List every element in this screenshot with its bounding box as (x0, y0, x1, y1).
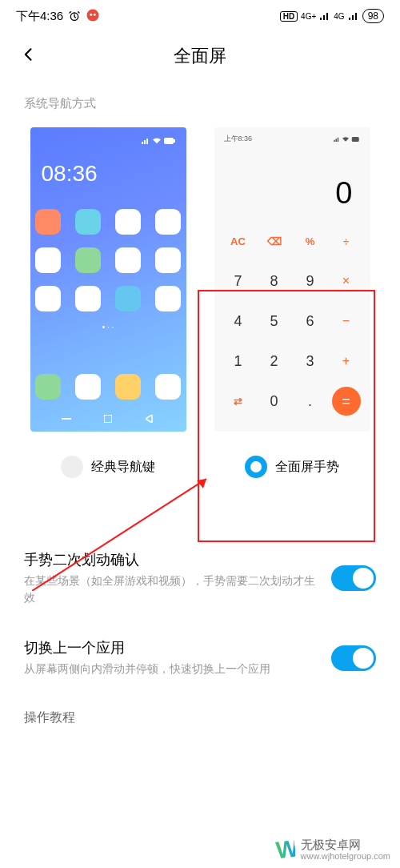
svg-marker-10 (197, 479, 206, 488)
svg-rect-4 (164, 138, 174, 144)
preview-android-navbar (30, 414, 186, 424)
calc-key: × (332, 267, 361, 295)
calc-key: 0 (260, 387, 289, 416)
preview-app-icon (75, 209, 101, 235)
setting-gesture-double-confirm[interactable]: 手势二次划动确认 在某些场景（如全屏游戏和视频），手势需要二次划动才生效 (24, 550, 376, 606)
svg-point-1 (87, 9, 99, 21)
calc-key: − (332, 307, 361, 336)
nav-recent-icon (62, 414, 71, 424)
page-title: 全面屏 (174, 44, 226, 68)
chevron-left-icon (21, 46, 37, 62)
radio-checked-icon (245, 456, 267, 478)
calc-key: 6 (296, 307, 325, 336)
toggle-switch[interactable] (331, 645, 376, 671)
status-bar: 下午4:36 HD 4G+ 4G 98 (0, 0, 400, 32)
settings-list: 手势二次划动确认 在某些场景（如全屏游戏和视频），手势需要二次划动才生效 切换上… (0, 526, 400, 677)
preview-app-icon (115, 209, 141, 235)
calc-key: 9 (296, 267, 325, 295)
preview-dock-icon (115, 374, 141, 400)
calc-key: + (332, 347, 361, 376)
calc-key: 8 (260, 267, 289, 295)
toggle-switch[interactable] (331, 565, 376, 591)
preview-dock-icon (35, 374, 61, 400)
preview-app-grid (42, 209, 175, 311)
preview-dock (30, 374, 186, 400)
option-classic-radio-row[interactable]: 经典导航键 (61, 456, 155, 478)
calc-key: ⇄ (224, 387, 253, 416)
status-bar-left: 下午4:36 (16, 8, 100, 25)
watermark-name: 无极安卓网 (301, 838, 391, 851)
signal-icon-1 (319, 11, 330, 21)
sim2-label: 4G (334, 12, 344, 21)
svg-point-2 (90, 13, 92, 15)
svg-rect-7 (104, 415, 112, 423)
nav-back-icon (145, 414, 154, 424)
setting-title: 切换上一个应用 (24, 638, 270, 657)
calc-key: 1 (224, 347, 253, 376)
back-button[interactable] (16, 42, 42, 67)
nav-home-icon (103, 414, 113, 424)
calc-row: AC⌫%÷ (224, 227, 361, 255)
preview-wifi-icon (153, 138, 161, 144)
calc-keypad: AC⌫%÷789×456−123+⇄0.= (224, 227, 361, 427)
battery-indicator: 98 (362, 9, 384, 23)
calc-key: ⌫ (260, 227, 289, 255)
calc-row: 456− (224, 307, 361, 336)
preview-app-icon (155, 209, 181, 235)
svg-rect-5 (174, 139, 175, 143)
calc-key: ÷ (332, 227, 361, 255)
preview-calc-statusbar: 上午8:36 (224, 134, 361, 144)
preview-app-icon (35, 247, 61, 273)
radio-unchecked-icon (61, 456, 83, 478)
preview-app-icon (155, 286, 181, 311)
svg-rect-6 (62, 418, 71, 420)
page-header: 全面屏 (0, 32, 400, 80)
calc-key: = (332, 387, 361, 416)
watermark-logo-icon: W (275, 839, 297, 860)
preview-app-icon (75, 247, 101, 273)
preview-dock-icon (155, 374, 181, 400)
app-badge-icon (86, 8, 100, 25)
option-classic-nav[interactable]: 08:36 • · · 经典导航键 (24, 127, 192, 478)
option-gesture-label: 全面屏手势 (275, 459, 339, 476)
hd-icon: HD (280, 11, 298, 22)
calc-key: . (296, 387, 325, 416)
setting-desc: 从屏幕两侧向内滑动并停顿，快速切换上一个应用 (24, 661, 270, 677)
setting-text: 手势二次划动确认 在某些场景（如全屏游戏和视频），手势需要二次划动才生效 (24, 550, 315, 606)
watermark-url: www.wjhotelgroup.com (301, 851, 391, 862)
svg-point-3 (94, 13, 96, 15)
preview-app-icon (35, 209, 61, 235)
calc-key: 4 (224, 307, 253, 336)
status-time: 下午4:36 (16, 9, 63, 24)
option-gesture-radio-row[interactable]: 全面屏手势 (245, 456, 339, 478)
tutorial-section-label: 操作教程 (0, 709, 400, 726)
preview-home-status (42, 135, 175, 147)
nav-mode-previews: 08:36 • · · 经典导航键 上午8:36 (0, 119, 400, 478)
preview-signal-icon (142, 138, 150, 144)
calc-key: 7 (224, 267, 253, 295)
preview-battery-icon (164, 138, 175, 144)
calc-key: 3 (296, 347, 325, 376)
option-classic-label: 经典导航键 (91, 459, 155, 476)
preview-app-icon (155, 247, 181, 273)
preview-calc-status-icons (334, 135, 360, 143)
option-gesture-nav[interactable]: 上午8:36 0 AC⌫%÷789×456−123+⇄0.= 全面屏手势 (208, 127, 376, 478)
nav-mode-label: 系统导航方式 (0, 80, 400, 119)
setting-switch-last-app[interactable]: 切换上一个应用 从屏幕两侧向内滑动并停顿，快速切换上一个应用 (24, 638, 376, 677)
signal-icon-2 (348, 11, 359, 21)
sim1-label: 4G+ (301, 12, 316, 21)
calc-key: % (296, 227, 325, 255)
setting-desc: 在某些场景（如全屏游戏和视频），手势需要二次划动才生效 (24, 573, 315, 606)
preview-app-icon (35, 286, 61, 311)
preview-home-screen: 08:36 • · · (30, 127, 186, 432)
svg-rect-8 (351, 137, 358, 142)
calc-key: 5 (260, 307, 289, 336)
watermark: W 无极安卓网 www.wjhotelgroup.com (276, 838, 390, 862)
preview-dock-icon (75, 374, 101, 400)
alarm-icon (68, 10, 81, 22)
calc-key: AC (224, 227, 253, 255)
preview-clock: 08:36 (42, 161, 175, 187)
preview-page-dots: • · · (42, 323, 175, 332)
setting-title: 手势二次划动确认 (24, 550, 315, 569)
preview-app-icon (115, 247, 141, 273)
